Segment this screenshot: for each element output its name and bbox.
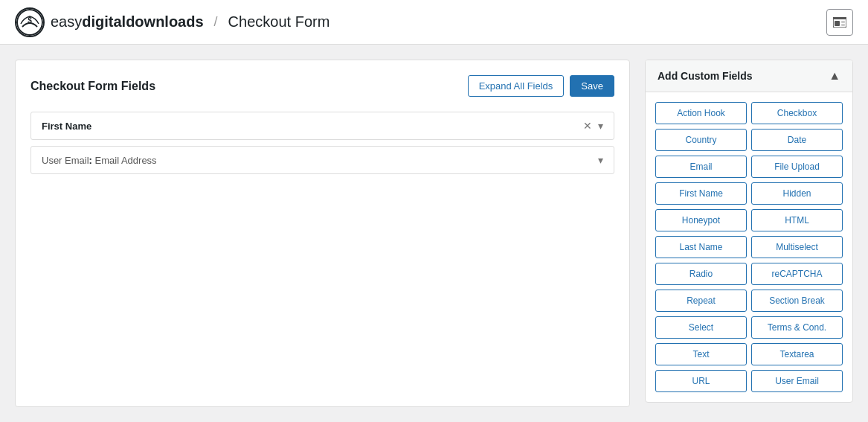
field-sub-label-email: Email Address xyxy=(95,155,157,166)
preview-icon xyxy=(833,17,846,28)
preview-button[interactable] xyxy=(826,9,853,36)
expand-field-icon[interactable]: ▾ xyxy=(598,120,603,132)
custom-field-btn-repeat[interactable]: Repeat xyxy=(655,290,747,312)
custom-field-btn-checkbox[interactable]: Checkbox xyxy=(751,102,843,124)
expand-all-button[interactable]: Expand All Fields xyxy=(468,75,565,97)
custom-field-btn-hidden[interactable]: Hidden xyxy=(751,182,843,205)
custom-field-btn-last-name[interactable]: Last Name xyxy=(655,236,747,258)
custom-field-btn-text[interactable]: Text xyxy=(655,343,747,365)
save-button[interactable]: Save xyxy=(570,75,614,97)
header-left: $ easydigitaldownloads / Checkout Form xyxy=(15,7,329,37)
brand-name: easydigitaldownloads xyxy=(51,13,204,31)
page-title: Checkout Form xyxy=(228,13,330,31)
custom-field-btn-first-name[interactable]: First Name xyxy=(655,182,747,205)
custom-field-btn-section-break[interactable]: Section Break xyxy=(751,290,843,312)
panel-header: Checkout Form Fields Expand All Fields S… xyxy=(30,75,614,97)
custom-field-btn-textarea[interactable]: Textarea xyxy=(751,343,843,365)
svg-rect-3 xyxy=(833,17,846,19)
custom-field-btn-action-hook[interactable]: Action Hook xyxy=(655,102,747,124)
right-panel: Add Custom Fields ▲ Action HookCheckboxC… xyxy=(645,60,853,403)
svg-rect-5 xyxy=(841,21,845,23)
logo-icon: $ xyxy=(15,7,45,37)
custom-field-btn-multiselect[interactable]: Multiselect xyxy=(751,236,843,258)
logo-wrap: $ easydigitaldownloads / Checkout Form xyxy=(15,7,329,37)
brand-digital: digital xyxy=(82,13,126,30)
collapse-button[interactable]: ▲ xyxy=(829,69,840,83)
field-row-actions-first-name: ✕ ▾ xyxy=(583,120,603,132)
custom-field-btn-radio[interactable]: Radio xyxy=(655,263,747,285)
top-header: $ easydigitaldownloads / Checkout Form xyxy=(0,0,868,45)
main-content: Checkout Form Fields Expand All Fields S… xyxy=(0,45,868,422)
field-row-actions-user-email: ▾ xyxy=(598,154,603,166)
panel-actions: Expand All Fields Save xyxy=(468,75,614,97)
custom-field-btn-recaptcha[interactable]: reCAPTCHA xyxy=(751,263,843,285)
custom-field-btn-html[interactable]: HTML xyxy=(751,209,843,231)
custom-fields-grid: Action HookCheckboxCountryDateEmailFile … xyxy=(646,92,852,402)
svg-rect-6 xyxy=(841,24,845,26)
field-row-user-email: User Email: Email Address ▾ xyxy=(30,146,614,174)
custom-field-btn-country[interactable]: Country xyxy=(655,129,747,151)
header-right xyxy=(826,9,853,36)
right-panel-header: Add Custom Fields ▲ xyxy=(646,60,852,92)
panel-title: Checkout Form Fields xyxy=(30,80,155,93)
custom-field-btn-select[interactable]: Select xyxy=(655,316,747,339)
custom-field-btn-email[interactable]: Email xyxy=(655,156,747,178)
custom-field-btn-terms-cond-[interactable]: Terms & Cond. xyxy=(751,316,843,339)
custom-field-btn-user-email[interactable]: User Email xyxy=(751,370,843,392)
custom-field-btn-honeypot[interactable]: Honeypot xyxy=(655,209,747,231)
brand-downloads: downloads xyxy=(126,13,203,30)
breadcrumb-separator: / xyxy=(214,14,218,30)
left-panel: Checkout Form Fields Expand All Fields S… xyxy=(15,60,630,407)
custom-field-btn-date[interactable]: Date xyxy=(751,129,843,151)
field-label-first-name: First Name xyxy=(42,121,91,132)
field-label-user-email: User Email: Email Address xyxy=(42,155,157,166)
right-panel-title: Add Custom Fields xyxy=(658,70,753,82)
field-row-first-name: First Name ✕ ▾ xyxy=(30,112,614,140)
svg-rect-4 xyxy=(835,21,840,26)
expand-user-email-icon[interactable]: ▾ xyxy=(598,154,603,166)
brand-easy: easy xyxy=(51,13,82,30)
remove-field-icon[interactable]: ✕ xyxy=(583,120,592,132)
custom-field-btn-url[interactable]: URL xyxy=(655,370,747,392)
custom-field-btn-file-upload[interactable]: File Upload xyxy=(751,156,843,178)
